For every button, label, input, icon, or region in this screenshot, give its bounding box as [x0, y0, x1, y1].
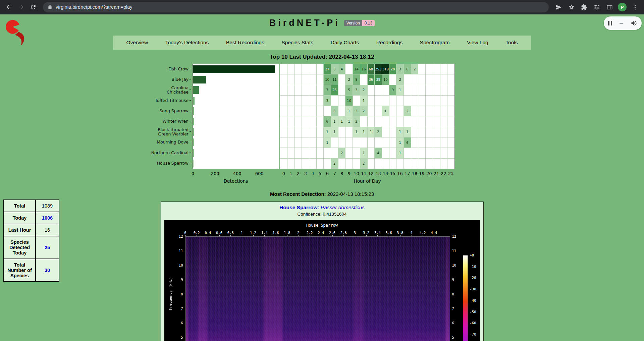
- browser-toolbar: virginia.birdnetpi.com/?stream=play P: [0, 0, 644, 14]
- heatmap-cell: 3: [353, 106, 360, 116]
- nav-item-recordings[interactable]: Recordings: [376, 40, 402, 46]
- heatmap-cell: 1: [353, 127, 360, 137]
- spectrogram-x-tickmark: [423, 235, 423, 236]
- side-panel-button[interactable]: [604, 1, 615, 13]
- heatmap-cell: [368, 137, 375, 148]
- spectrogram-x-tickmark: [299, 235, 299, 236]
- spectrogram-y-tick: 7: [174, 306, 183, 310]
- heatmap-cell: [331, 137, 338, 148]
- spectrogram-x-tick: 3.4: [374, 231, 381, 235]
- detection-sci-name-link[interactable]: Passer domesticus: [321, 205, 365, 210]
- profile-avatar[interactable]: P: [618, 3, 627, 11]
- nav-item-tools[interactable]: Tools: [505, 40, 518, 46]
- spectrogram-y-tick: 8: [452, 292, 454, 296]
- nav-item-best-recordings[interactable]: Best Recordings: [226, 40, 264, 46]
- heatmap-cell: 6: [324, 116, 331, 126]
- heatmap-cell: 2: [338, 148, 345, 158]
- heatmap-cell: [309, 137, 316, 148]
- heatmap-cell: [389, 127, 396, 137]
- stats-value[interactable]: 25: [36, 236, 59, 259]
- menu-button[interactable]: [629, 1, 641, 13]
- hour-tick: 6: [326, 171, 329, 176]
- spectrogram: House Sparrow Frequency (kHz) 00.20.40.6…: [164, 220, 480, 341]
- heatmap-cell: [280, 116, 287, 126]
- heatmap-cell: [375, 96, 382, 106]
- tune-button[interactable]: [591, 1, 602, 13]
- address-bar[interactable]: virginia.birdnetpi.com/?stream=play: [43, 2, 549, 12]
- spectrogram-y-tick: 7: [452, 306, 454, 310]
- heatmap-cell: [404, 159, 411, 169]
- heatmap-cell: 1: [360, 96, 367, 106]
- back-icon: [6, 4, 12, 10]
- spectrogram-y-tick: 9: [452, 278, 454, 282]
- spectrogram-x-tick: 2.8: [340, 231, 347, 235]
- site-title: BirdNET-Pi: [269, 18, 340, 28]
- reload-button[interactable]: [28, 1, 39, 13]
- hour-tick: 1: [289, 171, 292, 176]
- heatmap-cell: 253: [375, 64, 382, 74]
- heatmap-cell: [447, 106, 454, 116]
- heatmap-cell: [418, 159, 425, 169]
- heatmap-cell: [280, 137, 287, 148]
- heatmap-cell: [294, 96, 302, 106]
- send-extension-button[interactable]: [553, 1, 564, 13]
- heatmap-cell: [433, 74, 440, 84]
- heatmap-cell: [433, 127, 440, 137]
- heatmap-cell: [404, 74, 411, 84]
- spectrogram-x-tick: 0.2: [194, 231, 200, 235]
- extensions-button[interactable]: [578, 1, 590, 13]
- spectrogram-x-tick: 4.2: [420, 231, 426, 235]
- heatmap-cell: 3: [353, 85, 360, 95]
- heatmap-cell: [396, 106, 404, 116]
- detection-species-link[interactable]: House Sparrow:: [279, 205, 319, 210]
- nav-item-today-s-detections[interactable]: Today's Detections: [165, 40, 209, 46]
- heatmap-cell: [411, 127, 418, 137]
- nav-item-daily-charts[interactable]: Daily Charts: [331, 40, 359, 46]
- heatmap-cell: [287, 116, 294, 126]
- seek-dash-icon[interactable]: [620, 23, 623, 24]
- heatmap-cell: [302, 74, 309, 84]
- heatmap-cell: 2: [360, 85, 367, 95]
- detections-bar: [193, 160, 194, 167]
- heatmap-cell: [368, 159, 375, 169]
- forward-button[interactable]: [15, 1, 27, 13]
- heatmap-cell: [411, 159, 418, 169]
- heatmap-cell: 1: [396, 127, 404, 137]
- reload-icon: [30, 4, 37, 10]
- heatmap-cell: [389, 96, 396, 106]
- pause-icon[interactable]: [608, 21, 612, 25]
- hour-tick: 18: [412, 171, 418, 176]
- hour-tick: 15: [390, 171, 396, 176]
- spectrogram-x-tickmark: [230, 235, 231, 236]
- heatmap-cell: [389, 106, 396, 116]
- stats-value[interactable]: 30: [36, 259, 59, 282]
- detections-bar-row: [193, 127, 279, 137]
- heatmap-cell: 319: [382, 64, 389, 74]
- masthead: BirdNET-Pi Version 0.13: [0, 14, 644, 28]
- hour-tick: 8: [340, 171, 343, 176]
- heatmap-cell: 10: [345, 96, 353, 106]
- spectrogram-x-tickmark: [219, 235, 220, 236]
- stats-value[interactable]: 1006: [36, 212, 59, 224]
- spectrogram-x-tick: 3: [354, 231, 356, 235]
- heatmap-cell: [309, 85, 316, 95]
- nav-item-view-log[interactable]: View Log: [467, 40, 488, 46]
- heatmap-cell: [440, 127, 447, 137]
- heatmap-cell: [447, 96, 454, 106]
- heatmap-cell: [375, 159, 382, 169]
- heatmap-cell: [280, 148, 287, 158]
- back-button[interactable]: [3, 1, 15, 13]
- heatmap-cell: [426, 74, 433, 84]
- heatmap-cell: [309, 96, 316, 106]
- species-label: Song Sparrow: [141, 106, 191, 116]
- bookmark-button[interactable]: [566, 1, 577, 13]
- heatmap-cell: [324, 148, 331, 158]
- nav-item-species-stats[interactable]: Species Stats: [281, 40, 313, 46]
- nav-item-spectrogram[interactable]: Spectrogram: [420, 40, 450, 46]
- detections-bar: [193, 118, 194, 125]
- heatmap-cell: [418, 85, 425, 95]
- heatmap-cell: [280, 96, 287, 106]
- volume-icon[interactable]: [631, 20, 637, 26]
- nav-item-overview[interactable]: Overview: [126, 40, 148, 46]
- heatmap-cell: [353, 137, 360, 148]
